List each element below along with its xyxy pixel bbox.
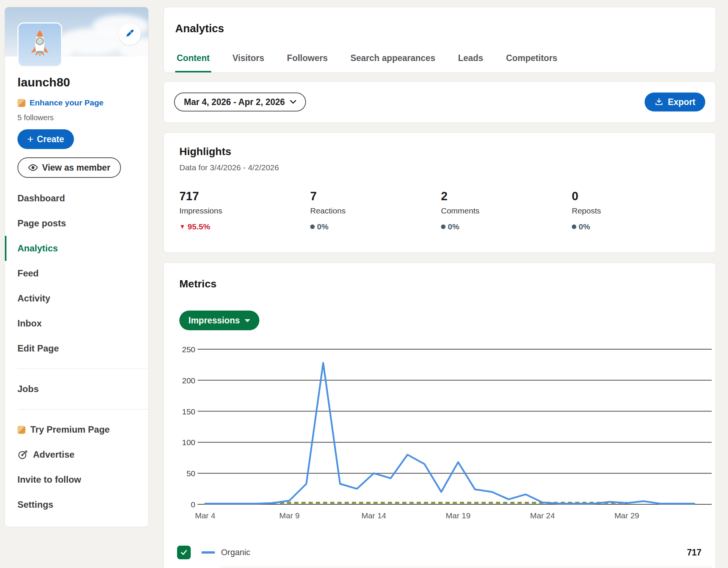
stat-label: Reactions xyxy=(310,206,441,215)
tab-leads[interactable]: Leads xyxy=(457,53,485,72)
sidebar-item-activity[interactable]: Activity xyxy=(5,286,148,311)
stat-value: 7 xyxy=(310,190,441,203)
sidebar-item-edit-page[interactable]: Edit Page xyxy=(5,336,148,361)
stat-comments: 2 Comments 0% xyxy=(441,190,572,231)
sidebar-item-label: Jobs xyxy=(17,384,39,394)
page: { "colors": { "background": "#f3f2ee", "… xyxy=(0,0,728,568)
sidebar-item-advertise[interactable]: Advertise xyxy=(5,442,148,467)
divider xyxy=(17,369,148,369)
analytics-header-card: Analytics Content Visitors Followers Sea… xyxy=(163,7,716,73)
page-title: Analytics xyxy=(175,22,224,35)
stat-reposts: 0 Reposts 0% xyxy=(572,190,703,231)
sidebar-item-label: Edit Page xyxy=(17,343,59,354)
sidebar-item-analytics[interactable]: Analytics xyxy=(5,236,148,261)
stat-delta-value: 0% xyxy=(317,222,328,231)
sidebar-item-settings[interactable]: Settings xyxy=(5,492,148,517)
stat-delta: ▼ 95.5% xyxy=(179,222,310,231)
y-axis-label: 150 xyxy=(182,407,195,416)
stat-value: 2 xyxy=(441,190,572,203)
target-icon xyxy=(17,449,28,460)
divider xyxy=(17,409,148,410)
export-button[interactable]: Export xyxy=(645,93,705,111)
y-axis-label: 250 xyxy=(182,345,195,354)
x-axis-label: Mar 14 xyxy=(361,511,386,520)
x-axis-label: Mar 9 xyxy=(279,511,300,520)
download-icon xyxy=(654,97,664,107)
sidebar-item-try-premium[interactable]: Try Premium Page xyxy=(5,417,148,442)
analytics-tabs: Content Visitors Followers Search appear… xyxy=(175,53,559,72)
edit-cover-button[interactable] xyxy=(119,23,141,45)
view-as-member-label: View as member xyxy=(42,163,110,173)
enhance-page-label: Enhance your Page xyxy=(30,98,104,107)
dot-icon xyxy=(572,224,576,229)
create-button[interactable]: + Create xyxy=(17,129,74,149)
enhance-page-link[interactable]: Enhance your Page xyxy=(17,98,104,107)
tab-content[interactable]: Content xyxy=(175,53,211,72)
sidebar-item-jobs[interactable]: Jobs xyxy=(5,377,148,402)
check-icon xyxy=(180,548,188,557)
metric-selector-dropdown[interactable]: Impressions xyxy=(179,311,259,330)
divider xyxy=(221,567,712,567)
stat-delta-value: 0% xyxy=(579,222,590,231)
impressions-chart: 050100150200250Mar 4Mar 9Mar 14Mar 19Mar… xyxy=(164,339,716,528)
x-axis-label: Mar 24 xyxy=(530,511,555,520)
tab-competitors[interactable]: Competitors xyxy=(504,53,559,72)
sidebar-item-page-posts[interactable]: Page posts xyxy=(5,211,148,236)
stat-reactions: 7 Reactions 0% xyxy=(310,190,441,231)
stat-label: Reposts xyxy=(572,206,703,215)
highlights-card: Highlights Data for 3/4/2026 - 4/2/2026 … xyxy=(163,132,716,253)
legend-row-organic: Organic 717 xyxy=(177,546,701,559)
plus-icon: + xyxy=(27,134,33,144)
sidebar-item-label: Dashboard xyxy=(17,193,65,204)
y-axis-label: 200 xyxy=(182,376,195,385)
rocket-icon xyxy=(22,27,57,63)
x-axis-label: Mar 29 xyxy=(614,511,639,520)
y-axis-label: 50 xyxy=(187,469,195,478)
organic-line xyxy=(205,363,694,504)
chevron-down-icon xyxy=(290,100,296,104)
sidebar-item-feed[interactable]: Feed xyxy=(5,261,148,286)
stat-delta-value: 95.5% xyxy=(188,222,210,231)
stat-delta-value: 0% xyxy=(448,222,459,231)
create-button-label: Create xyxy=(37,134,64,144)
stat-delta: 0% xyxy=(441,222,572,231)
tab-visitors[interactable]: Visitors xyxy=(231,53,266,72)
legend-label: Organic xyxy=(221,548,250,557)
highlights-subtitle: Data for 3/4/2026 - 4/2/2026 xyxy=(179,163,279,172)
tab-followers[interactable]: Followers xyxy=(286,53,329,72)
sidebar-card: launch80 Enhance your Page 5 followers +… xyxy=(5,7,149,527)
date-range-label: Mar 4, 2026 - Apr 2, 2026 xyxy=(184,97,285,107)
date-range-selector[interactable]: Mar 4, 2026 - Apr 2, 2026 xyxy=(174,93,306,111)
stat-value: 717 xyxy=(179,190,310,203)
stat-label: Impressions xyxy=(179,206,310,215)
metrics-card: Metrics Impressions 050100150200250Mar 4… xyxy=(163,262,716,568)
sidebar-item-label: Page posts xyxy=(17,218,66,229)
sidebar-item-label: Advertise xyxy=(33,449,74,460)
organic-checkbox[interactable] xyxy=(177,546,191,559)
legend-value: 717 xyxy=(687,548,701,558)
sidebar-item-label: Analytics xyxy=(17,243,58,254)
sidebar-item-label: Settings xyxy=(17,499,53,510)
stat-delta: 0% xyxy=(310,222,441,231)
followers-count: 5 followers xyxy=(17,113,54,122)
premium-badge-icon xyxy=(17,426,25,434)
stat-impressions: 717 Impressions ▼ 95.5% xyxy=(179,190,310,231)
stat-value: 0 xyxy=(572,190,703,203)
dot-icon xyxy=(310,224,315,229)
sidebar-item-invite-to-follow[interactable]: Invite to follow xyxy=(5,467,148,492)
organic-line-swatch xyxy=(201,551,215,554)
highlights-stats: 717 Impressions ▼ 95.5% 7 Reactions 0% 2… xyxy=(179,190,703,231)
metrics-title: Metrics xyxy=(179,278,217,290)
view-as-member-button[interactable]: View as member xyxy=(17,157,121,178)
sidebar-item-inbox[interactable]: Inbox xyxy=(5,311,148,336)
sidebar-item-dashboard[interactable]: Dashboard xyxy=(5,186,148,211)
tab-search-appearances[interactable]: Search appearances xyxy=(349,53,437,72)
sidebar-nav: Dashboard Page posts Analytics Feed Acti… xyxy=(5,186,148,517)
pencil-icon xyxy=(124,28,135,40)
arrow-down-icon: ▼ xyxy=(179,223,185,230)
sidebar-item-label: Invite to follow xyxy=(17,474,81,485)
avatar[interactable] xyxy=(17,22,62,67)
sidebar-item-label: Feed xyxy=(17,268,39,279)
toolbar-card: Mar 4, 2026 - Apr 2, 2026 Export xyxy=(163,81,716,123)
y-axis-label: 100 xyxy=(182,438,195,447)
